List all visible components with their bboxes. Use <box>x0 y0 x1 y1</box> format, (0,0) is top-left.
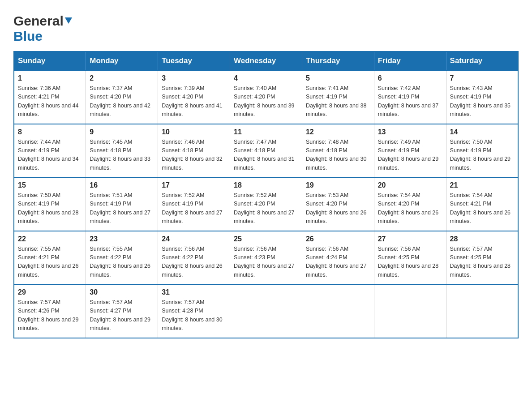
daylight-label: Daylight: 8 hours and 38 minutes. <box>306 103 367 117</box>
column-header-tuesday: Tuesday <box>158 51 230 70</box>
calendar-day: 11 Sunrise: 7:47 AM Sunset: 4:18 PM Dayl… <box>230 124 302 178</box>
sunrise-label: Sunrise: 7:55 AM <box>90 246 132 252</box>
sunrise-label: Sunrise: 7:43 AM <box>450 85 493 91</box>
calendar-day: 25 Sunrise: 7:56 AM Sunset: 4:23 PM Dayl… <box>230 231 302 285</box>
calendar-day: 1 Sunrise: 7:36 AM Sunset: 4:21 PM Dayli… <box>14 70 86 124</box>
calendar-day: 16 Sunrise: 7:51 AM Sunset: 4:19 PM Dayl… <box>86 177 158 231</box>
day-info: Sunrise: 7:56 AM Sunset: 4:23 PM Dayligh… <box>234 245 298 280</box>
day-number: 23 <box>90 235 154 243</box>
calendar-header: SundayMondayTuesdayWednesdayThursdayFrid… <box>14 51 518 70</box>
sunset-label: Sunset: 4:19 PM <box>378 147 419 154</box>
day-number: 14 <box>450 128 514 136</box>
sunset-label: Sunset: 4:22 PM <box>90 254 131 261</box>
calendar-day: 27 Sunrise: 7:56 AM Sunset: 4:25 PM Dayl… <box>374 231 446 285</box>
sunset-label: Sunset: 4:18 PM <box>306 147 347 154</box>
day-number: 28 <box>450 235 514 243</box>
day-info: Sunrise: 7:51 AM Sunset: 4:19 PM Dayligh… <box>90 191 154 226</box>
daylight-label: Daylight: 8 hours and 26 minutes. <box>306 210 367 224</box>
sunrise-label: Sunrise: 7:46 AM <box>162 139 204 145</box>
day-number: 26 <box>306 235 370 243</box>
day-number: 25 <box>234 235 298 243</box>
sunset-label: Sunset: 4:26 PM <box>18 308 59 314</box>
sunrise-label: Sunrise: 7:41 AM <box>306 85 348 91</box>
day-number: 1 <box>18 74 82 82</box>
calendar-body: 1 Sunrise: 7:36 AM Sunset: 4:21 PM Dayli… <box>14 70 518 338</box>
sunrise-label: Sunrise: 7:52 AM <box>234 192 276 198</box>
sunset-label: Sunset: 4:19 PM <box>450 147 491 154</box>
day-number: 6 <box>378 74 442 82</box>
day-info: Sunrise: 7:49 AM Sunset: 4:19 PM Dayligh… <box>378 138 442 173</box>
sunset-label: Sunset: 4:19 PM <box>306 94 347 100</box>
day-number: 15 <box>18 181 82 189</box>
day-info: Sunrise: 7:42 AM Sunset: 4:19 PM Dayligh… <box>378 84 442 119</box>
day-number: 12 <box>306 128 370 136</box>
calendar-day: 19 Sunrise: 7:53 AM Sunset: 4:20 PM Dayl… <box>302 177 374 231</box>
sunset-label: Sunset: 4:25 PM <box>450 254 491 261</box>
sunrise-label: Sunrise: 7:54 AM <box>378 192 420 198</box>
daylight-label: Daylight: 8 hours and 41 minutes. <box>162 103 223 117</box>
day-info: Sunrise: 7:53 AM Sunset: 4:20 PM Dayligh… <box>306 191 370 226</box>
daylight-label: Daylight: 8 hours and 29 minutes. <box>450 156 511 171</box>
sunset-label: Sunset: 4:23 PM <box>234 254 275 261</box>
calendar-day: 23 Sunrise: 7:55 AM Sunset: 4:22 PM Dayl… <box>86 231 158 285</box>
column-header-saturday: Saturday <box>446 51 518 70</box>
day-info: Sunrise: 7:54 AM Sunset: 4:20 PM Dayligh… <box>378 191 442 226</box>
sunset-label: Sunset: 4:18 PM <box>162 147 203 154</box>
daylight-label: Daylight: 8 hours and 27 minutes. <box>90 210 150 224</box>
daylight-label: Daylight: 8 hours and 42 minutes. <box>90 103 150 117</box>
sunset-label: Sunset: 4:18 PM <box>90 147 131 154</box>
sunset-label: Sunset: 4:27 PM <box>90 308 131 314</box>
day-info: Sunrise: 7:50 AM Sunset: 4:19 PM Dayligh… <box>450 138 514 173</box>
calendar-day: 31 Sunrise: 7:57 AM Sunset: 4:28 PM Dayl… <box>158 284 230 338</box>
logo-blue-text: Blue <box>13 30 43 43</box>
day-info: Sunrise: 7:56 AM Sunset: 4:24 PM Dayligh… <box>306 245 370 280</box>
daylight-label: Daylight: 8 hours and 28 minutes. <box>18 210 79 224</box>
calendar-week-1: 1 Sunrise: 7:36 AM Sunset: 4:21 PM Dayli… <box>14 70 518 124</box>
day-number: 5 <box>306 74 370 82</box>
calendar-day: 24 Sunrise: 7:56 AM Sunset: 4:22 PM Dayl… <box>158 231 230 285</box>
logo-triangle-icon <box>65 17 72 24</box>
sunset-label: Sunset: 4:20 PM <box>306 201 347 207</box>
day-info: Sunrise: 7:57 AM Sunset: 4:26 PM Dayligh… <box>18 298 82 333</box>
calendar-table: SundayMondayTuesdayWednesdayThursdayFrid… <box>13 51 519 338</box>
daylight-label: Daylight: 8 hours and 26 minutes. <box>18 263 79 278</box>
sunset-label: Sunset: 4:21 PM <box>450 201 491 207</box>
sunrise-label: Sunrise: 7:57 AM <box>450 246 493 252</box>
day-number: 3 <box>162 74 226 82</box>
daylight-label: Daylight: 8 hours and 34 minutes. <box>18 156 79 171</box>
sunrise-label: Sunrise: 7:57 AM <box>90 299 132 305</box>
sunrise-label: Sunrise: 7:51 AM <box>90 192 132 198</box>
day-number: 20 <box>378 181 442 189</box>
calendar-day: 9 Sunrise: 7:45 AM Sunset: 4:18 PM Dayli… <box>86 124 158 178</box>
calendar-day: 3 Sunrise: 7:39 AM Sunset: 4:20 PM Dayli… <box>158 70 230 124</box>
sunrise-label: Sunrise: 7:40 AM <box>234 85 276 91</box>
sunrise-label: Sunrise: 7:47 AM <box>234 139 276 145</box>
sunrise-label: Sunrise: 7:49 AM <box>378 139 420 145</box>
daylight-label: Daylight: 8 hours and 30 minutes. <box>162 317 223 331</box>
calendar-day: 15 Sunrise: 7:50 AM Sunset: 4:19 PM Dayl… <box>14 177 86 231</box>
column-header-friday: Friday <box>374 51 446 70</box>
day-number: 18 <box>234 181 298 189</box>
column-header-wednesday: Wednesday <box>230 51 302 70</box>
daylight-label: Daylight: 8 hours and 28 minutes. <box>378 263 439 278</box>
day-number: 21 <box>450 181 514 189</box>
day-info: Sunrise: 7:47 AM Sunset: 4:18 PM Dayligh… <box>234 138 298 173</box>
day-number: 24 <box>162 235 226 243</box>
calendar-day: 28 Sunrise: 7:57 AM Sunset: 4:25 PM Dayl… <box>446 231 518 285</box>
calendar-day: 29 Sunrise: 7:57 AM Sunset: 4:26 PM Dayl… <box>14 284 86 338</box>
day-info: Sunrise: 7:55 AM Sunset: 4:21 PM Dayligh… <box>18 245 82 280</box>
calendar-day: 6 Sunrise: 7:42 AM Sunset: 4:19 PM Dayli… <box>374 70 446 124</box>
sunset-label: Sunset: 4:20 PM <box>378 201 419 207</box>
sunset-label: Sunset: 4:24 PM <box>306 254 347 261</box>
column-header-monday: Monday <box>86 51 158 70</box>
day-info: Sunrise: 7:57 AM Sunset: 4:25 PM Dayligh… <box>450 245 514 280</box>
sunrise-label: Sunrise: 7:53 AM <box>306 192 348 198</box>
calendar-day: 4 Sunrise: 7:40 AM Sunset: 4:20 PM Dayli… <box>230 70 302 124</box>
sunrise-label: Sunrise: 7:50 AM <box>18 192 60 198</box>
daylight-label: Daylight: 8 hours and 32 minutes. <box>162 156 223 171</box>
sunset-label: Sunset: 4:21 PM <box>18 94 59 100</box>
daylight-label: Daylight: 8 hours and 27 minutes. <box>162 210 223 224</box>
calendar-day: 14 Sunrise: 7:50 AM Sunset: 4:19 PM Dayl… <box>446 124 518 178</box>
day-number: 11 <box>234 128 298 136</box>
sunset-label: Sunset: 4:19 PM <box>162 201 203 207</box>
